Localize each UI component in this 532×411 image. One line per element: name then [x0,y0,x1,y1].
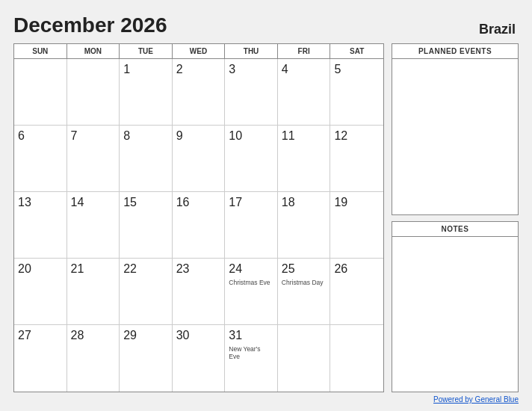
cal-cell-8: 8 [120,126,173,192]
christmas-eve-label: Christmas Eve [229,279,273,286]
cal-cell-5: 5 [330,59,383,126]
cal-cell-24: 24 Christmas Eve [225,259,278,325]
header: December 2026 Brazil [13,13,519,37]
day-header-wed: WED [173,44,226,58]
footer: Powered by General Blue [13,395,519,404]
cal-cell-9: 9 [173,126,226,192]
country-title: Brazil [479,22,516,37]
cal-cell-26: 26 [330,259,383,325]
planned-events-header: PLANNED EVENTS [392,44,518,59]
calendar-grid: 1 2 3 4 5 6 7 8 9 10 11 12 13 14 15 16 1… [14,59,383,392]
cal-cell-14: 14 [67,192,120,259]
cal-cell-30: 30 [173,325,226,392]
cal-cell-28: 28 [67,325,120,392]
cal-cell-empty [278,325,331,392]
cal-cell-10: 10 [225,126,278,192]
day-header-tue: TUE [120,44,173,58]
cal-cell-27: 27 [14,325,67,392]
day-header-thu: THU [225,44,278,58]
notes-box: NOTES [392,221,519,393]
cal-cell-23: 23 [173,259,226,325]
notes-content [392,237,518,392]
cal-cell-29: 29 [120,325,173,392]
planned-events-box: PLANNED EVENTS [392,43,519,215]
month-title: December 2026 [13,13,167,37]
christmas-day-label: Christmas Day [282,279,327,286]
cal-cell-12: 12 [330,126,383,192]
cal-cell-18: 18 [278,192,331,259]
cal-cell-empty [67,59,120,126]
cal-cell-20: 20 [14,259,67,325]
day-header-fri: FRI [278,44,331,58]
day-header-mon: MON [67,44,120,58]
cal-cell-2: 2 [173,59,226,126]
notes-header: NOTES [392,222,518,237]
cal-cell-19: 19 [330,192,383,259]
day-header-sat: SAT [330,44,383,58]
cal-cell-4: 4 [278,59,331,126]
day-header-sun: SUN [14,44,67,58]
powered-by-link[interactable]: Powered by General Blue [433,395,519,404]
cal-cell-16: 16 [173,192,226,259]
cal-cell-1: 1 [120,59,173,126]
cal-cell-13: 13 [14,192,67,259]
cal-cell-empty [14,59,67,126]
cal-cell-21: 21 [67,259,120,325]
cal-cell-15: 15 [120,192,173,259]
planned-events-content [392,59,518,214]
cal-cell-empty [330,325,383,392]
page: December 2026 Brazil SUN MON TUE WED THU… [0,0,532,411]
cal-cell-11: 11 [278,126,331,192]
cal-cell-7: 7 [67,126,120,192]
cal-cell-25: 25 Christmas Day [278,259,331,325]
cal-cell-6: 6 [14,126,67,192]
cal-cell-17: 17 [225,192,278,259]
cal-cell-31: 31 New Year'sEve [225,325,278,392]
new-years-eve-label: New Year'sEve [229,345,273,360]
cal-cell-3: 3 [225,59,278,126]
day-headers: SUN MON TUE WED THU FRI SAT [14,44,383,59]
calendar-section: SUN MON TUE WED THU FRI SAT 1 2 3 4 5 6 … [13,43,384,392]
cal-cell-22: 22 [120,259,173,325]
right-section: PLANNED EVENTS NOTES [392,43,519,392]
main-layout: SUN MON TUE WED THU FRI SAT 1 2 3 4 5 6 … [13,43,519,392]
